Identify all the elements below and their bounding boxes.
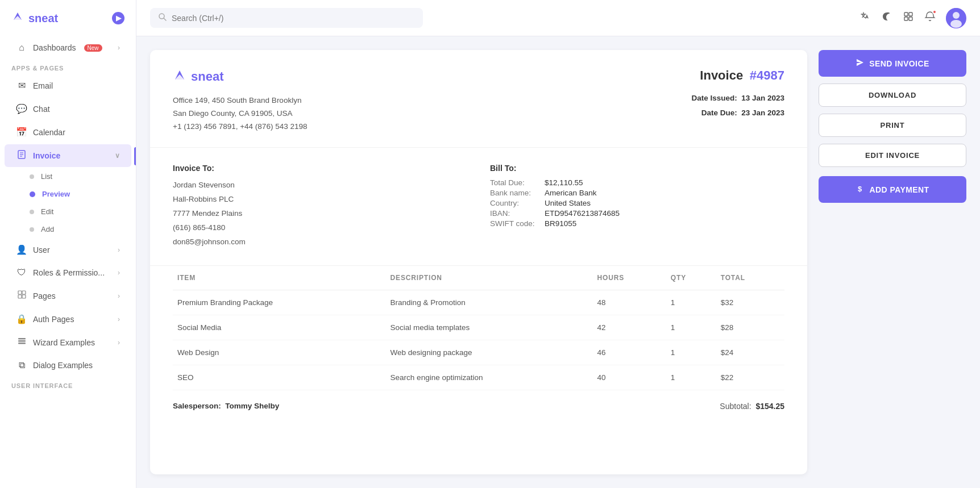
search-input[interactable]: [172, 14, 415, 23]
sidebar-toggle[interactable]: ▶: [112, 12, 124, 24]
invoice-to: Invoice To: Jordan Stevenson Hall-Robbin…: [173, 164, 467, 249]
col-header-qty: QTY: [666, 266, 716, 290]
invoice-table: ITEM DESCRIPTION HOURS QTY TOTAL Premium…: [150, 266, 807, 390]
table-row: Social Media Social media templates 42 1…: [173, 315, 784, 340]
bullet-icon: [30, 174, 34, 179]
right-panel: SEND INVOICE DOWNLOAD PRINT EDIT INVOICE…: [819, 50, 966, 474]
sidebar-item-pages[interactable]: Pages ›: [5, 285, 131, 307]
sidebar-item-dashboards[interactable]: ⌂ Dashboards New ›: [5, 37, 131, 59]
invoice-to-content: Jordan Stevenson Hall-Robbins PLC 7777 M…: [173, 178, 467, 249]
invoice-card: sneat Office 149, 450 South Brand Brookl…: [150, 50, 807, 474]
col-header-total: TOTAL: [716, 266, 784, 290]
col-header-description: DESCRIPTION: [386, 266, 593, 290]
subtotal: Subtotal: $154.25: [720, 402, 784, 411]
invoice-dates: Date Issued: 13 Jan 2023 Date Due: 23 Ja…: [691, 91, 784, 120]
home-icon: ⌂: [16, 43, 27, 53]
svg-rect-5: [22, 291, 26, 294]
bullet-icon: [30, 210, 34, 214]
invoice-title-block: Invoice #4987 Date Issued: 13 Jan 2023 D…: [691, 68, 784, 120]
svg-rect-6: [18, 295, 22, 298]
sidebar-sub-item-list[interactable]: List: [5, 168, 131, 185]
invoice-icon: [16, 150, 27, 161]
grid-icon[interactable]: [903, 11, 914, 25]
sidebar-item-roles[interactable]: 🛡 Roles & Permissio... ›: [5, 262, 131, 283]
pages-icon: [16, 290, 27, 301]
search-icon: [158, 12, 167, 23]
sidebar-logo: sneat ▶: [0, 0, 136, 36]
email-icon: ✉: [16, 80, 27, 91]
bill-bank: Bank name: American Bank: [490, 189, 784, 197]
send-icon: [856, 58, 865, 69]
bill-swift: SWIFT code: BR91055: [490, 219, 784, 228]
dialog-icon: ⧉: [16, 360, 27, 370]
svg-rect-7: [22, 295, 26, 298]
sidebar-item-auth[interactable]: 🔒 Auth Pages ›: [5, 308, 131, 330]
bullet-icon: [30, 227, 34, 232]
add-payment-button[interactable]: $ ADD PAYMENT: [819, 176, 966, 203]
brand-name: sneat: [28, 12, 58, 25]
dollar-icon: $: [856, 184, 865, 195]
notification-badge: [932, 10, 937, 14]
content-area: sneat Office 149, 450 South Brand Brookl…: [136, 36, 980, 488]
topbar-actions: [859, 8, 966, 28]
translate-icon[interactable]: [859, 11, 871, 25]
main-content: sneat Office 149, 450 South Brand Brookl…: [136, 0, 980, 488]
sidebar-item-calendar[interactable]: 📅 Calendar: [5, 121, 131, 143]
sidebar-item-wizard[interactable]: Wizard Examples ›: [5, 331, 131, 353]
invoice-to-section: Invoice To: Jordan Stevenson Hall-Robbin…: [150, 148, 807, 266]
sidebar-sub-item-preview[interactable]: Preview: [5, 186, 131, 202]
calendar-icon: 📅: [16, 127, 27, 137]
bill-total-due: Total Due: $12,110.55: [490, 178, 784, 187]
section-ui-label: USER INTERFACE: [0, 377, 136, 391]
avatar[interactable]: [946, 8, 966, 28]
svg-point-19: [950, 20, 962, 28]
invoice-footer: Salesperson: Tommy Shelby Subtotal: $154…: [150, 390, 807, 422]
download-button[interactable]: DOWNLOAD: [819, 84, 966, 107]
svg-rect-4: [18, 291, 22, 294]
invoice-address: Office 149, 450 South Brand Brooklyn San…: [173, 94, 307, 134]
svg-rect-15: [904, 17, 908, 20]
svg-line-12: [164, 18, 166, 20]
svg-point-18: [953, 12, 960, 19]
wizard-icon: [16, 337, 27, 348]
chevron-right-icon: ›: [118, 44, 120, 52]
notification-icon[interactable]: [924, 11, 936, 25]
sidebar: sneat ▶ ⌂ Dashboards New › APPS & PAGES …: [0, 0, 136, 488]
svg-rect-16: [909, 17, 912, 20]
svg-rect-13: [904, 12, 908, 16]
col-header-hours: HOURS: [593, 266, 666, 290]
sidebar-item-email[interactable]: ✉ Email: [5, 74, 131, 97]
search-box[interactable]: [150, 8, 423, 28]
bullet-active-icon: [30, 191, 35, 197]
chevron-right-icon: ›: [118, 246, 120, 254]
chevron-right-icon: ›: [118, 292, 120, 300]
print-button[interactable]: PRINT: [819, 114, 966, 137]
invoice-header: sneat Office 149, 450 South Brand Brookl…: [150, 50, 807, 148]
svg-rect-14: [909, 12, 912, 16]
theme-icon[interactable]: [881, 11, 892, 25]
sidebar-sub-item-add[interactable]: Add: [5, 221, 131, 237]
section-apps-label: APPS & PAGES: [0, 59, 136, 74]
edit-invoice-button[interactable]: EDIT INVOICE: [819, 144, 966, 167]
sidebar-item-invoice[interactable]: Invoice ∨: [5, 144, 131, 167]
svg-rect-8: [18, 338, 26, 340]
send-invoice-button[interactable]: SEND INVOICE: [819, 50, 966, 77]
brand-icon: [11, 10, 24, 26]
sidebar-sub-item-edit[interactable]: Edit: [5, 203, 131, 220]
chevron-down-icon: ∨: [115, 152, 120, 160]
chevron-right-icon: ›: [118, 315, 120, 323]
invoice-brand: sneat: [173, 68, 307, 85]
sidebar-item-dialog[interactable]: ⧉ Dialog Examples: [5, 354, 131, 376]
invoice-brand-icon: [173, 68, 186, 85]
svg-text:$: $: [858, 185, 862, 193]
sidebar-item-chat[interactable]: 💬 Chat: [5, 98, 131, 120]
sidebar-item-user[interactable]: 👤 User ›: [5, 239, 131, 261]
salesperson: Salesperson: Tommy Shelby: [173, 402, 279, 410]
table-row: Premium Branding Package Branding & Prom…: [173, 290, 784, 315]
table-row: SEO Search engine optimization 40 1 $22: [173, 365, 784, 390]
shield-icon: 🛡: [16, 268, 27, 278]
chevron-right-icon: ›: [118, 269, 120, 277]
bill-to: Bill To: Total Due: $12,110.55 Bank name…: [490, 164, 784, 249]
lock-icon: 🔒: [16, 314, 27, 324]
svg-rect-10: [18, 343, 26, 344]
